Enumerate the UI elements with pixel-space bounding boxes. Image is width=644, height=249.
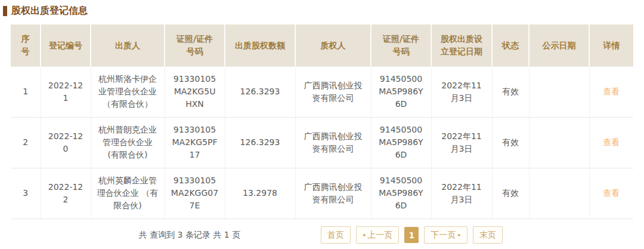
cell-publish-date	[529, 66, 589, 117]
equity-pledge-section: 股权出质登记信息 序号 登记编号 出质人 证照/证件号码 出质股权数额 质权人 …	[0, 0, 644, 249]
view-detail-link[interactable]: 查看	[603, 87, 620, 96]
prev-page-label: 上一页	[367, 230, 392, 241]
cell-pledgor: 杭州斯洛卡伊企业管理合伙企业（有限合伙）	[91, 66, 165, 117]
column-header-seq: 序号	[11, 24, 41, 66]
view-detail-link[interactable]: 查看	[603, 188, 620, 198]
cell-reg-no: 2022-120	[41, 117, 91, 168]
cell-pledgor: 杭州普朗克企业管理合伙企业(有限合伙)	[91, 117, 165, 168]
cell-status: 有效	[492, 117, 529, 168]
first-page-label: 首页	[327, 230, 344, 241]
cell-pledged-amount: 126.3293	[225, 117, 295, 168]
cell-status: 有效	[492, 168, 529, 219]
first-page-button[interactable]: 首页	[321, 226, 351, 244]
cell-detail: 查看	[589, 117, 633, 168]
cell-setup-date: 2022年11月3日	[431, 117, 492, 168]
column-header-status: 状态	[492, 24, 529, 66]
cell-seq: 3	[11, 168, 41, 219]
cell-pledgee: 广西腾讯创业投资有限公司	[295, 168, 371, 219]
cell-seq: 2	[11, 117, 41, 168]
table-row: 3 2022-122 杭州英麟企业管理合伙企业 （有限合伙) 91330105M…	[11, 168, 633, 219]
column-header-pledgee: 质权人	[295, 24, 371, 66]
column-header-detail: 详情	[589, 24, 633, 66]
prev-arrow-icon: ◂	[363, 232, 366, 238]
next-page-button[interactable]: 下一页 ▸	[424, 226, 467, 244]
cell-pledgor: 杭州英麟企业管理合伙企业 （有限合伙)	[91, 168, 165, 219]
cell-pledgee-license: 91450500MA5P986Y6D	[371, 117, 431, 168]
view-detail-link[interactable]: 查看	[603, 137, 620, 147]
table-row: 2 2022-120 杭州普朗克企业管理合伙企业(有限合伙) 91330105M…	[11, 117, 633, 168]
column-header-publish-date: 公示日期	[529, 24, 589, 66]
section-title-text: 股权出质登记信息	[11, 5, 88, 17]
column-header-pledgee-license: 证照/证件号码	[371, 24, 431, 66]
prev-page-button[interactable]: ◂ 上一页	[356, 226, 400, 244]
cell-detail: 查看	[589, 168, 633, 219]
table-row: 1 2022-121 杭州斯洛卡伊企业管理合伙企业（有限合伙） 91330105…	[11, 66, 633, 117]
cell-pledgee-license: 91450500MA5P986Y6D	[371, 66, 431, 117]
last-page-label: 末页	[479, 230, 496, 241]
cell-pledgee: 广西腾讯创业投资有限公司	[295, 66, 371, 117]
cell-setup-date: 2022年11月3日	[431, 66, 492, 117]
column-header-pledgor-license: 证照/证件号码	[165, 24, 225, 66]
title-marker-icon	[3, 6, 7, 16]
cell-reg-no: 2022-122	[41, 168, 91, 219]
table-header-row: 序号 登记编号 出质人 证照/证件号码 出质股权数额 质权人 证照/证件号码 股…	[11, 24, 633, 66]
column-header-setup-date: 股权出质设立登记日期	[431, 24, 492, 66]
cell-pledgor-license: 91330105MA2KGG077E	[165, 168, 225, 219]
column-header-reg-no: 登记编号	[41, 24, 91, 66]
cell-pledged-amount: 126.3293	[225, 66, 295, 117]
last-page-button[interactable]: 末页	[473, 226, 503, 244]
next-arrow-icon: ▸	[458, 232, 461, 238]
cell-publish-date	[529, 168, 589, 219]
cell-detail: 查看	[589, 66, 633, 117]
pagination: 共 查询到 3 条记录 共 1 页 首页 ◂ 上一页 1 下一页 ▸ 末页	[0, 226, 644, 244]
cell-pledgor-license: 91330105MA2KG5UHXN	[165, 66, 225, 117]
cell-reg-no: 2022-121	[41, 66, 91, 117]
section-title: 股权出质登记信息	[3, 5, 644, 17]
cell-status: 有效	[492, 66, 529, 117]
cell-pledgee: 广西腾讯创业投资有限公司	[295, 117, 371, 168]
current-page-indicator[interactable]: 1	[404, 227, 419, 243]
records-summary: 共 查询到 3 条记录 共 1 页	[139, 230, 241, 241]
cell-pledgor-license: 91330105MA2KG5PF17	[165, 117, 225, 168]
column-header-pledged-amount: 出质股权数额	[225, 24, 295, 66]
column-header-pledgor: 出质人	[91, 24, 165, 66]
next-page-label: 下一页	[431, 230, 456, 241]
cell-publish-date	[529, 117, 589, 168]
cell-pledged-amount: 13.2978	[225, 168, 295, 219]
cell-setup-date: 2022年11月3日	[431, 168, 492, 219]
cell-seq: 1	[11, 66, 41, 117]
equity-pledge-table: 序号 登记编号 出质人 证照/证件号码 出质股权数额 质权人 证照/证件号码 股…	[11, 24, 633, 219]
cell-pledgee-license: 91450500MA5P986Y6D	[371, 168, 431, 219]
